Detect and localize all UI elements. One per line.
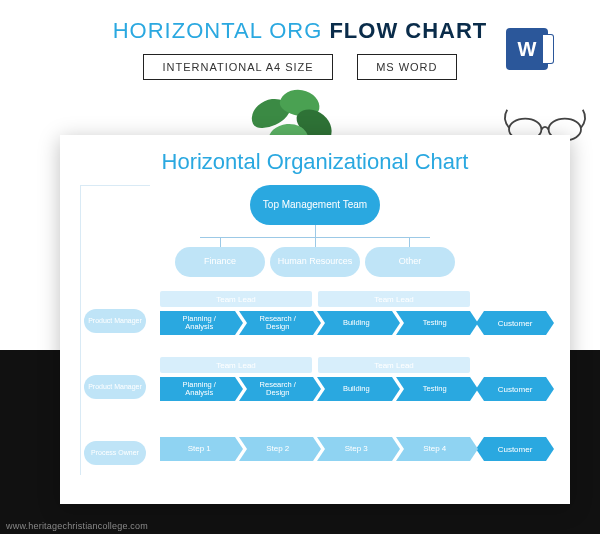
step-chevron: Testing — [396, 311, 471, 335]
customer-node: Customer — [484, 311, 546, 335]
connector-line — [315, 237, 316, 247]
badge-a4: INTERNATIONAL A4 SIZE — [143, 54, 332, 80]
step-chevron: Research / Design — [239, 377, 314, 401]
page-root: HORIZONTAL ORG FLOW CHART INTERNATIONAL … — [0, 0, 600, 534]
msword-icon: W — [506, 28, 548, 70]
step-row: Planning / Analysis Research / Design Bu… — [160, 377, 470, 401]
step-chevron: Testing — [396, 377, 471, 401]
teamlead-row: Team Lead Team Lead — [160, 291, 470, 307]
step-row: Planning / Analysis Research / Design Bu… — [160, 311, 470, 335]
watermark-text: www.heritagechristiancollege.com — [6, 521, 148, 531]
document-mock: Horizontal Organizational Chart Top Mana… — [60, 135, 570, 504]
customer-node: Customer — [484, 437, 546, 461]
top-management-node: Top Management Team — [250, 185, 380, 225]
connector-line — [409, 237, 410, 247]
role-pill: Process Owner — [84, 441, 146, 465]
step-chevron: Planning / Analysis — [160, 377, 235, 401]
process-lane: Product Manager Team Lead Team Lead Plan… — [80, 291, 550, 347]
role-pill: Product Manager — [84, 375, 146, 399]
chart-title: Horizontal Organizational Chart — [80, 149, 550, 175]
process-lane: Product Manager Team Lead Team Lead Plan… — [80, 357, 550, 413]
connector-line — [315, 225, 316, 237]
step-chevron: Step 1 — [160, 437, 235, 461]
connector-line — [220, 237, 221, 247]
badge-msword: MS WORD — [357, 54, 456, 80]
department-node: Human Resources — [270, 247, 360, 277]
step-chevron: Research / Design — [239, 311, 314, 335]
title-bold: FLOW CHART — [329, 18, 487, 43]
teamlead-label: Team Lead — [318, 291, 470, 307]
customer-node: Customer — [484, 377, 546, 401]
step-chevron: Planning / Analysis — [160, 311, 235, 335]
step-chevron: Step 2 — [239, 437, 314, 461]
teamlead-label: Team Lead — [318, 357, 470, 373]
msword-icon-letter: W — [518, 38, 537, 61]
teamlead-row: Team Lead Team Lead — [160, 357, 470, 373]
process-lane: Process Owner Step 1 Step 2 Step 3 Step … — [80, 423, 550, 479]
step-chevron: Step 3 — [317, 437, 392, 461]
step-chevron: Step 4 — [396, 437, 471, 461]
teamlead-label: Team Lead — [160, 357, 312, 373]
step-chevron: Building — [317, 377, 392, 401]
connector-line — [80, 185, 150, 186]
role-pill: Product Manager — [84, 309, 146, 333]
title-thin: HORIZONTAL ORG — [113, 18, 330, 43]
org-chart: Top Management Team Finance Human Resour… — [80, 185, 550, 485]
teamlead-label: Team Lead — [160, 291, 312, 307]
step-row: Step 1 Step 2 Step 3 Step 4 — [160, 437, 470, 461]
department-node: Other — [365, 247, 455, 277]
department-node: Finance — [175, 247, 265, 277]
document-inner: Horizontal Organizational Chart Top Mana… — [60, 135, 570, 504]
step-chevron: Building — [317, 311, 392, 335]
